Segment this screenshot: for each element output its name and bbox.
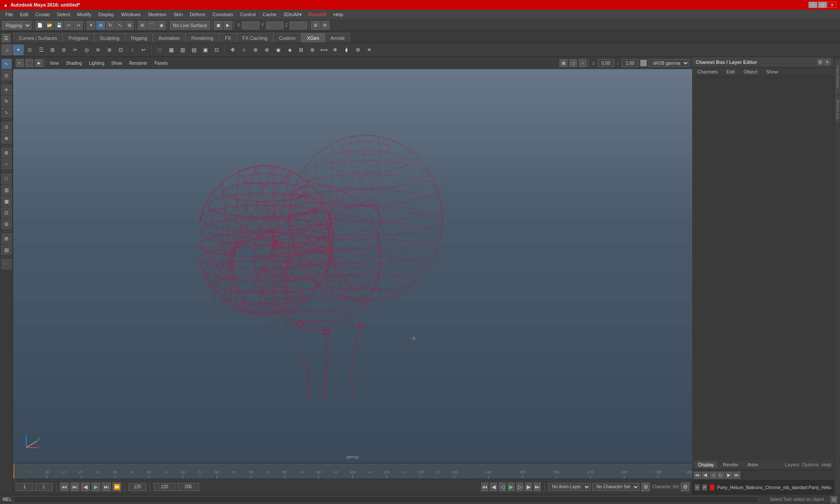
timeline[interactable]: 1 5 10 15 20 25 30 35 [13, 463, 692, 479]
char-set-dropdown[interactable]: No Character Set [592, 483, 640, 491]
layer-nav-next2[interactable]: ▶ [725, 472, 732, 479]
z-input[interactable] [290, 21, 307, 29]
mel-input[interactable] [14, 496, 759, 503]
viewport[interactable]: ↖ 🎥 ▶ View Shading Lighting Show Rendere… [13, 57, 692, 463]
nav-play-btn[interactable]: ▶ [508, 483, 514, 491]
show-manip-lt[interactable]: ⊞ [1, 147, 12, 158]
tab-edit[interactable]: Edit [723, 68, 738, 76]
icon-xgen-display5[interactable]: ▣ [200, 45, 210, 55]
icon-xgen-noise[interactable]: ≋ [93, 45, 103, 55]
vp-scale-input[interactable] [622, 59, 638, 67]
layer1-lt[interactable]: ⊞ [1, 233, 12, 244]
icon-xgen-display4[interactable]: ▤ [189, 45, 199, 55]
nav-prev2-btn[interactable]: ◀ [490, 483, 497, 491]
icon-xgen-mirror[interactable]: ⟺ [318, 45, 329, 55]
icon-xgen-display1[interactable]: □ [154, 45, 165, 55]
icon-xgen-brush[interactable]: ⊙ [24, 45, 35, 55]
tab-polygons[interactable]: Polygons [63, 33, 94, 42]
nav-prev-btn[interactable]: ⏮ [481, 483, 488, 491]
layer-color-swatch[interactable] [710, 484, 714, 490]
icon-xgen-settings[interactable]: ⚙ [353, 45, 363, 55]
cb-close-btn[interactable]: ✕ [824, 59, 830, 65]
play-back-button[interactable]: ◀ [81, 483, 90, 491]
lasso-lt[interactable]: ○ [1, 159, 12, 169]
icon-xgen-guides[interactable]: ✥ [228, 45, 238, 55]
paint-weight-lt[interactable]: ⊕ [1, 133, 12, 144]
menu-display[interactable]: Display [95, 10, 118, 19]
tab-custom[interactable]: Custom [273, 33, 301, 42]
tab-object[interactable]: Object [740, 68, 761, 76]
tab-arnold[interactable]: Arnold [325, 33, 350, 42]
layer-nav-prev2[interactable]: ◁ [710, 472, 717, 479]
create-poly-lt[interactable]: □ [1, 173, 12, 184]
tab-show[interactable]: Show [763, 68, 782, 76]
render-button[interactable]: ▶ [224, 21, 232, 30]
vp-frame-input[interactable] [598, 59, 614, 67]
layer-nav-prev[interactable]: ◀ [702, 472, 709, 479]
undo-button[interactable]: ↩ [64, 21, 73, 30]
menu-modify[interactable]: Modify [74, 10, 94, 19]
icon-xgen-bake[interactable]: ⊞ [296, 45, 306, 55]
play-forward-button[interactable]: ▶ [91, 483, 100, 491]
vp-wireframe-btn[interactable]: ◻ [569, 59, 577, 67]
icon-home[interactable]: ⌂ [2, 45, 12, 55]
layer-nav-first[interactable]: ⏮ [694, 472, 701, 479]
vp-select-btn[interactable]: ↖ [16, 59, 24, 67]
tab-rendering[interactable]: Rendering [186, 33, 219, 42]
step-forward-button[interactable]: ⏭ [102, 483, 111, 491]
go-to-start-button[interactable]: ⏮ [60, 483, 69, 491]
more-lt[interactable]: ⋯ [1, 259, 12, 270]
nav-next2-btn[interactable]: ▶ [525, 483, 532, 491]
redo-button[interactable]: ↪ [74, 21, 83, 30]
range-start-input[interactable] [16, 483, 33, 491]
tab-sculpting[interactable]: Sculpting [94, 33, 125, 42]
nav-next-btn[interactable]: ▷ [516, 483, 523, 491]
menu-redshift[interactable]: Redshift [305, 10, 330, 19]
tab-group-toggle[interactable]: ☰ [2, 34, 10, 42]
script-editor-btn[interactable]: ⊡ [830, 496, 837, 503]
icon-xgen-comb[interactable]: ☲ [36, 45, 46, 55]
vp-panels-menu[interactable]: Panels [152, 60, 171, 66]
vp-show-menu[interactable]: Show [108, 60, 125, 66]
attr-editor-toggle[interactable]: Attribute Editor [835, 60, 840, 94]
icon-xgen-render1[interactable]: ⊕ [262, 45, 272, 55]
tab-xgen[interactable]: XGen [301, 33, 325, 42]
go-to-end-button[interactable]: ⏩ [112, 483, 121, 491]
vp-shading-menu[interactable]: Shading [63, 60, 85, 66]
move-tool-button[interactable]: ⊕ [96, 21, 105, 30]
menu-control[interactable]: Control [237, 10, 259, 19]
select-tool-button[interactable]: ✦ [87, 21, 95, 30]
preferences-btn[interactable]: ⚙ [681, 483, 690, 491]
icon-xgen-region[interactable]: ⊡ [116, 45, 126, 55]
bridge-lt[interactable]: ⊟ [1, 219, 12, 229]
split-poly-lt[interactable]: ▦ [1, 196, 12, 206]
layer-tab-render[interactable]: Render [719, 461, 742, 468]
soft-select-lt[interactable]: ⊙ [1, 122, 12, 132]
end-frame-input[interactable] [129, 483, 146, 491]
menu-file[interactable]: File [2, 10, 17, 19]
icon-xgen-length[interactable]: ⊘ [59, 45, 69, 55]
icon-xgen-display6[interactable]: ⊡ [211, 45, 222, 55]
icon-xgen-display2[interactable]: ▦ [166, 45, 176, 55]
menu-skin[interactable]: Skin [170, 10, 186, 19]
menu-skeleton[interactable]: Skeleton [144, 10, 170, 19]
extrude-lt[interactable]: ⊡ [1, 207, 12, 218]
y-input[interactable] [266, 21, 284, 29]
icon-xgen-render3[interactable]: ◈ [284, 45, 295, 55]
total-end-input[interactable] [177, 483, 199, 491]
tab-channels[interactable]: Channels [694, 68, 721, 76]
paint-tool-lt[interactable]: ◎ [1, 70, 12, 80]
menu-help[interactable]: Help [330, 10, 347, 19]
minimize-button[interactable]: − [808, 2, 817, 8]
workspace-dropdown[interactable]: Rigging [2, 21, 32, 30]
icon-xgen-wires[interactable]: ⊗ [250, 45, 261, 55]
icon-xgen-select[interactable]: ✦ [13, 45, 24, 55]
new-file-button[interactable]: 📄 [35, 21, 44, 30]
layer-tab-display[interactable]: Display [695, 461, 718, 468]
timeline-ruler[interactable]: 1 5 10 15 20 25 30 35 [13, 463, 692, 479]
vp-smooth-btn[interactable]: ○ [579, 59, 587, 67]
current-frame-input[interactable] [35, 483, 52, 491]
char-set-options-btn[interactable]: ⚙ [641, 483, 650, 491]
tab-fx-caching[interactable]: FX Caching [237, 33, 273, 42]
icon-xgen-undo[interactable]: ↩ [138, 45, 149, 55]
